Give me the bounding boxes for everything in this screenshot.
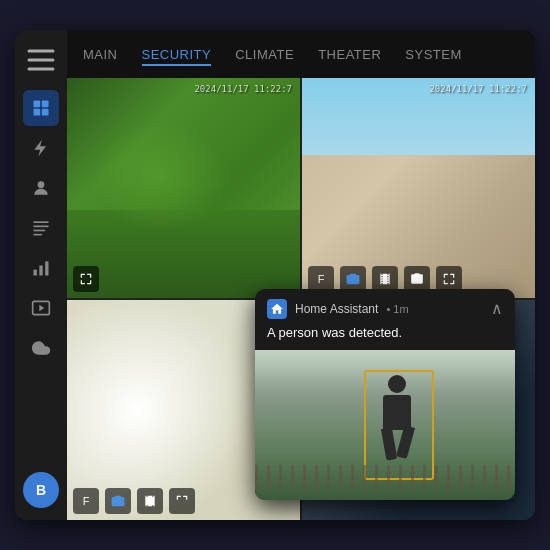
svg-rect-5 <box>34 109 41 116</box>
sidebar-item-log[interactable] <box>23 210 59 246</box>
nav-item-main[interactable]: MAIN <box>83 43 118 66</box>
svg-rect-0 <box>28 50 55 53</box>
person-silhouette <box>367 375 427 475</box>
camera-feed-2: 2024/11/17 11:22:7 F <box>302 78 535 298</box>
cam1-fullscreen-btn[interactable] <box>73 266 99 292</box>
cam3-btn-film[interactable] <box>137 488 163 514</box>
cam3-controls: F <box>73 488 195 514</box>
camera-feed-1: 2024/11/17 11:22:7 <box>67 78 300 298</box>
cam2-timestamp: 2024/11/17 11:22:7 <box>429 84 527 94</box>
sidebar-item-cloud[interactable] <box>23 330 59 366</box>
svg-rect-9 <box>34 226 49 228</box>
notif-image <box>255 350 515 500</box>
sidebar-item-people[interactable] <box>23 170 59 206</box>
svg-rect-6 <box>42 109 49 116</box>
cam3-btn-partial[interactable] <box>169 488 195 514</box>
cam3-btn-f[interactable]: F <box>73 488 99 514</box>
notification-popup: Home Assistant • 1m ∧ A person was detec… <box>255 289 515 500</box>
cam1-timestamp: 2024/11/17 11:22:7 <box>194 84 292 94</box>
sidebar: B <box>15 30 67 520</box>
menu-icon[interactable] <box>23 42 59 78</box>
svg-rect-1 <box>28 59 55 62</box>
notif-message: A person was detected. <box>255 325 515 350</box>
avatar[interactable]: B <box>23 472 59 508</box>
notif-header: Home Assistant • 1m ∧ <box>255 289 515 325</box>
nav-item-security[interactable]: SECURITY <box>142 43 212 66</box>
notif-app-name: Home Assistant <box>295 302 378 316</box>
top-nav: MAIN SECURITY CLIMATE THEATER SYSTEM <box>67 30 535 78</box>
nav-item-climate[interactable]: CLIMATE <box>235 43 294 66</box>
sidebar-item-automations[interactable] <box>23 130 59 166</box>
notif-title-row: Home Assistant • 1m <box>267 299 409 319</box>
svg-rect-11 <box>34 234 42 236</box>
svg-rect-4 <box>42 101 49 108</box>
svg-rect-13 <box>39 266 42 276</box>
svg-rect-14 <box>45 261 48 275</box>
app-container: B MAIN SECURITY CLIMATE THEATER SYSTEM 2… <box>15 30 535 520</box>
svg-point-7 <box>38 181 45 188</box>
sidebar-item-media[interactable] <box>23 290 59 326</box>
nav-item-theater[interactable]: THEATER <box>318 43 381 66</box>
notif-time: • 1m <box>386 303 408 315</box>
nav-item-system[interactable]: SYSTEM <box>405 43 461 66</box>
notif-app-icon <box>267 299 287 319</box>
sidebar-item-grid[interactable] <box>23 90 59 126</box>
fence-area <box>255 465 515 490</box>
svg-rect-2 <box>28 68 55 71</box>
svg-rect-12 <box>34 270 37 276</box>
sidebar-item-energy[interactable] <box>23 250 59 286</box>
notif-close-btn[interactable]: ∧ <box>491 301 503 317</box>
svg-rect-3 <box>34 101 41 108</box>
svg-marker-16 <box>39 305 44 312</box>
svg-rect-10 <box>34 230 46 232</box>
cam3-btn-camera[interactable] <box>105 488 131 514</box>
svg-rect-8 <box>34 221 49 223</box>
